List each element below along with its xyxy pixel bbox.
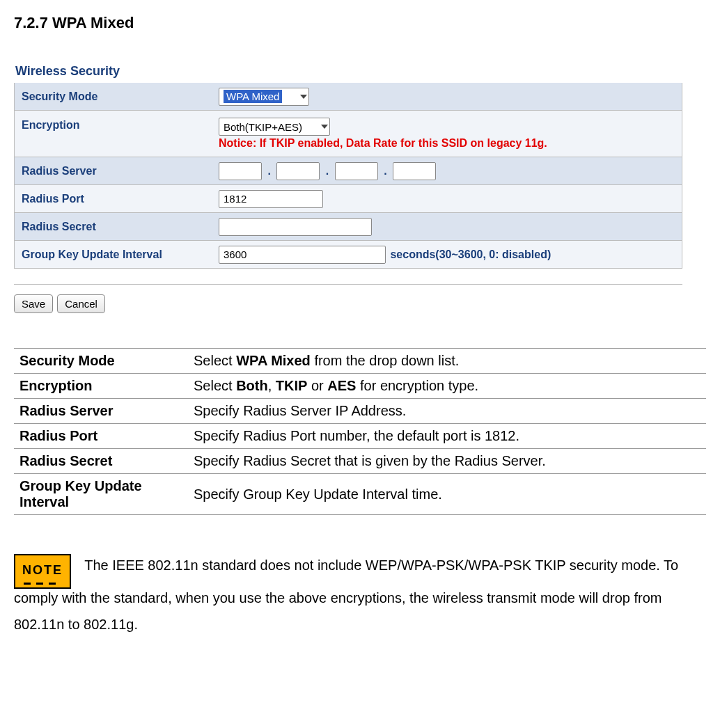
desc-val: Select WPA Mixed from the drop down list… xyxy=(188,349,706,374)
row-radius-secret: Radius Secret xyxy=(14,213,682,241)
radius-server-label: Radius Server xyxy=(15,159,213,183)
table-row: Security Mode Select WPA Mixed from the … xyxy=(14,349,706,374)
note-badge: NOTE xyxy=(14,554,71,589)
row-radius-port: Radius Port xyxy=(14,185,682,213)
encryption-value: Both(TKIP+AES) xyxy=(224,121,302,133)
radius-server-ip-3[interactable] xyxy=(335,162,378,180)
dot-icon: . xyxy=(323,165,331,177)
desc-val: Specify Group Key Update Interval time. xyxy=(188,474,706,515)
desc-key: Security Mode xyxy=(14,349,188,374)
radius-port-input[interactable] xyxy=(219,190,323,208)
note-block: NOTE The IEEE 802.11n standard does not … xyxy=(14,550,706,638)
row-radius-server: Radius Server . . . xyxy=(14,157,682,185)
gku-suffix: seconds(30~3600, 0: disabled) xyxy=(390,248,551,260)
dot-icon: . xyxy=(265,165,273,177)
desc-key: Radius Port xyxy=(14,424,188,449)
desc-key: Radius Secret xyxy=(14,449,188,474)
radius-server-ip-1[interactable] xyxy=(219,162,262,180)
desc-val: Specify Radius Secret that is given by t… xyxy=(188,449,706,474)
table-row: Group Key Update Interval Specify Group … xyxy=(14,474,706,515)
save-button[interactable]: Save xyxy=(14,294,53,313)
row-security-mode: Security Mode WPA Mixed xyxy=(14,83,682,111)
security-mode-select[interactable]: WPA Mixed xyxy=(219,88,309,106)
chevron-down-icon xyxy=(300,95,307,99)
radius-secret-input[interactable] xyxy=(219,218,372,236)
encryption-notice: Notice: If TKIP enabled, Data Rate for t… xyxy=(219,137,676,150)
radius-secret-label: Radius Secret xyxy=(15,215,213,239)
desc-key: Encryption xyxy=(14,374,188,399)
row-encryption: Encryption Both(TKIP+AES) Notice: If TKI… xyxy=(14,111,682,157)
desc-key: Radius Server xyxy=(14,399,188,424)
radius-server-ip-2[interactable] xyxy=(276,162,320,180)
radius-port-label: Radius Port xyxy=(15,187,213,211)
chevron-down-icon xyxy=(321,125,328,129)
security-mode-value: WPA Mixed xyxy=(224,90,282,103)
table-row: Radius Port Specify Radius Port number, … xyxy=(14,424,706,449)
radius-server-ip-4[interactable] xyxy=(393,162,436,180)
encryption-label: Encryption xyxy=(15,113,213,137)
desc-val: Specify Radius Port number, the default … xyxy=(188,424,706,449)
note-text: The IEEE 802.11n standard does not inclu… xyxy=(14,557,678,632)
button-bar: Save Cancel xyxy=(14,284,682,313)
table-row: Radius Secret Specify Radius Secret that… xyxy=(14,449,706,474)
dot-icon: . xyxy=(381,165,389,177)
table-row: Radius Server Specify Radius Server IP A… xyxy=(14,399,706,424)
row-group-key-update: Group Key Update Interval seconds(30~360… xyxy=(14,241,682,269)
cancel-button[interactable]: Cancel xyxy=(57,294,105,313)
gku-input[interactable] xyxy=(219,246,386,264)
gku-label: Group Key Update Interval xyxy=(15,243,213,267)
section-title: 7.2.7 WPA Mixed xyxy=(14,14,706,32)
desc-val: Specify Radius Server IP Address. xyxy=(188,399,706,424)
encryption-select[interactable]: Both(TKIP+AES) xyxy=(219,118,330,136)
security-mode-label: Security Mode xyxy=(15,85,213,109)
panel-heading: Wireless Security xyxy=(14,60,682,83)
desc-key: Group Key Update Interval xyxy=(14,474,188,515)
description-table: Security Mode Select WPA Mixed from the … xyxy=(14,348,706,515)
table-row: Encryption Select Both, TKIP or AES for … xyxy=(14,374,706,399)
desc-val: Select Both, TKIP or AES for encryption … xyxy=(188,374,706,399)
wireless-security-panel: Wireless Security Security Mode WPA Mixe… xyxy=(14,60,682,313)
